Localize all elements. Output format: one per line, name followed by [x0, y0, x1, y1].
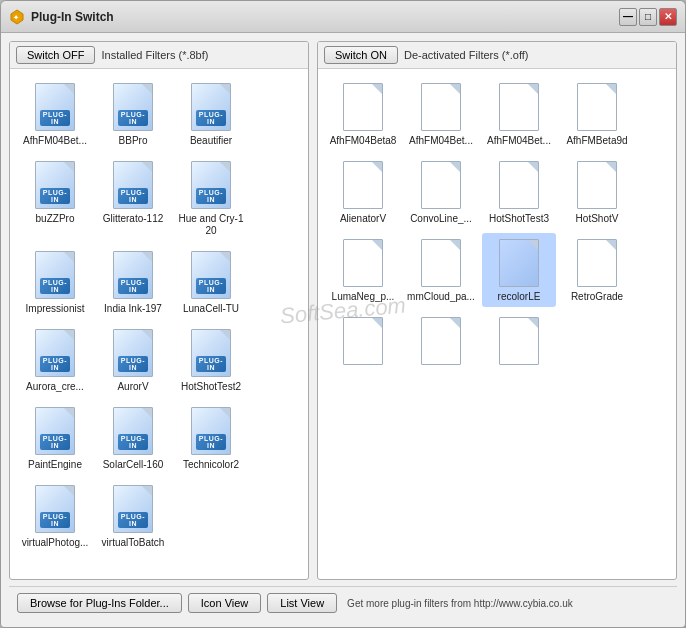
list-item[interactable]: HotShotV: [560, 155, 634, 229]
file-icon-label: AurorV: [117, 381, 148, 393]
right-panel-title: De-activated Filters (*.off): [404, 49, 529, 61]
list-item[interactable]: [404, 311, 478, 373]
minimize-button[interactable]: —: [619, 8, 637, 26]
file-icon-label: HotShotTest3: [489, 213, 549, 225]
list-item[interactable]: PLUG-INTechnicolor2: [174, 401, 248, 475]
list-item[interactable]: [482, 311, 556, 373]
list-item[interactable]: LumaNeg_p...: [326, 233, 400, 307]
icon-view-button[interactable]: Icon View: [188, 593, 262, 613]
file-icon-image: PLUG-IN: [31, 159, 79, 211]
list-item[interactable]: PLUG-INAurora_cre...: [18, 323, 92, 397]
list-item[interactable]: PLUG-INGlitterato-112: [96, 155, 170, 241]
list-item[interactable]: PLUG-INAurorV: [96, 323, 170, 397]
file-icon-label: Impressionist: [26, 303, 85, 315]
file-icon-image: [573, 159, 621, 211]
info-text: Get more plug-in filters from http://www…: [347, 598, 573, 609]
file-icon-label: Beautifier: [190, 135, 232, 147]
file-icon-label: AfhFM04Beta8: [330, 135, 397, 147]
list-item[interactable]: PLUG-INImpressionist: [18, 245, 92, 319]
list-item[interactable]: PLUG-INPaintEngine: [18, 401, 92, 475]
switch-on-button[interactable]: Switch ON: [324, 46, 398, 64]
plug-icon: ✦: [9, 9, 25, 25]
list-view-button[interactable]: List View: [267, 593, 337, 613]
file-icon-image: PLUG-IN: [187, 81, 235, 133]
file-icon-image: PLUG-IN: [109, 249, 157, 301]
file-icon-image: PLUG-IN: [187, 159, 235, 211]
panels-wrapper: SoftSea.com Switch OFF Installed Filters…: [9, 41, 677, 580]
list-item[interactable]: mmCloud_pa...: [404, 233, 478, 307]
list-item[interactable]: PLUG-INIndia Ink-197: [96, 245, 170, 319]
list-item[interactable]: PLUG-INHotShotTest2: [174, 323, 248, 397]
file-icon-label: AfhFM04Bet...: [23, 135, 87, 147]
file-icon-label: AlienatorV: [340, 213, 386, 225]
file-icon-label: mmCloud_pa...: [407, 291, 475, 303]
list-item[interactable]: AlienatorV: [326, 155, 400, 229]
list-item[interactable]: PLUG-INSolarCell-160: [96, 401, 170, 475]
list-item[interactable]: PLUG-INBBPro: [96, 77, 170, 151]
file-icon-image: [417, 315, 465, 367]
file-icon-label: buZZPro: [36, 213, 75, 225]
installed-filters-grid[interactable]: PLUG-INAfhFM04Bet...PLUG-INBBProPLUG-INB…: [10, 69, 308, 579]
file-icon-label: HotShotTest2: [181, 381, 241, 393]
list-item[interactable]: PLUG-INHue and Cry-120: [174, 155, 248, 241]
list-item[interactable]: RetroGrade: [560, 233, 634, 307]
file-icon-image: [573, 237, 621, 289]
file-icon-image: PLUG-IN: [109, 483, 157, 535]
list-item[interactable]: PLUG-INLunaCell-TU: [174, 245, 248, 319]
file-icon-label: recolorLE: [498, 291, 541, 303]
file-icon-image: [417, 159, 465, 211]
window-title: Plug-In Switch: [31, 10, 114, 24]
title-buttons: — □ ✕: [619, 8, 677, 26]
file-icon-label: virtualPhotog...: [22, 537, 89, 549]
list-item[interactable]: HotShotTest3: [482, 155, 556, 229]
file-icon-label: SolarCell-160: [103, 459, 164, 471]
left-panel-header: Switch OFF Installed Filters (*.8bf): [10, 42, 308, 69]
file-icon-label: India Ink-197: [104, 303, 162, 315]
file-icon-label: RetroGrade: [571, 291, 623, 303]
list-item[interactable]: AfhFMBeta9d: [560, 77, 634, 151]
file-icon-label: LunaCell-TU: [183, 303, 239, 315]
file-icon-label: AfhFMBeta9d: [566, 135, 627, 147]
file-icon-label: LumaNeg_p...: [332, 291, 395, 303]
maximize-button[interactable]: □: [639, 8, 657, 26]
file-icon-label: Aurora_cre...: [26, 381, 84, 393]
file-icon-label: ConvoLine_...: [410, 213, 472, 225]
file-icon-image: [417, 237, 465, 289]
list-item[interactable]: PLUG-INBeautifier: [174, 77, 248, 151]
list-item[interactable]: AfhFM04Beta8: [326, 77, 400, 151]
file-icon-image: PLUG-IN: [187, 405, 235, 457]
left-panel-title: Installed Filters (*.8bf): [101, 49, 208, 61]
file-icon-label: HotShotV: [576, 213, 619, 225]
list-item[interactable]: PLUG-INbuZZPro: [18, 155, 92, 241]
browse-folder-button[interactable]: Browse for Plug-Ins Folder...: [17, 593, 182, 613]
file-icon-label: AfhFM04Bet...: [409, 135, 473, 147]
list-item[interactable]: AfhFM04Bet...: [404, 77, 478, 151]
list-item[interactable]: PLUG-INAfhFM04Bet...: [18, 77, 92, 151]
title-bar-left: ✦ Plug-In Switch: [9, 9, 114, 25]
list-item[interactable]: AfhFM04Bet...: [482, 77, 556, 151]
file-icon-image: PLUG-IN: [187, 249, 235, 301]
content-area: SoftSea.com Switch OFF Installed Filters…: [1, 33, 685, 627]
close-button[interactable]: ✕: [659, 8, 677, 26]
switch-off-button[interactable]: Switch OFF: [16, 46, 95, 64]
file-icon-image: PLUG-IN: [31, 81, 79, 133]
deactivated-filters-grid[interactable]: AfhFM04Beta8AfhFM04Bet...AfhFM04Bet...Af…: [318, 69, 676, 579]
list-item[interactable]: [326, 311, 400, 373]
file-icon-image: [495, 81, 543, 133]
file-icon-image: [339, 237, 387, 289]
list-item[interactable]: recolorLE: [482, 233, 556, 307]
file-icon-label: Glitterato-112: [103, 213, 164, 225]
list-item[interactable]: PLUG-INvirtualToBatch: [96, 479, 170, 553]
file-icon-image: [573, 81, 621, 133]
list-item[interactable]: PLUG-INvirtualPhotog...: [18, 479, 92, 553]
file-icon-label: Technicolor2: [183, 459, 239, 471]
main-window: ✦ Plug-In Switch — □ ✕ SoftSea.com Switc…: [0, 0, 686, 628]
file-icon-label: PaintEngine: [28, 459, 82, 471]
file-icon-image: PLUG-IN: [31, 327, 79, 379]
file-icon-image: [495, 237, 543, 289]
file-icon-image: PLUG-IN: [109, 405, 157, 457]
file-icon-label: AfhFM04Bet...: [487, 135, 551, 147]
list-item[interactable]: ConvoLine_...: [404, 155, 478, 229]
file-icon-label: Hue and Cry-120: [176, 213, 246, 237]
file-icon-image: PLUG-IN: [187, 327, 235, 379]
